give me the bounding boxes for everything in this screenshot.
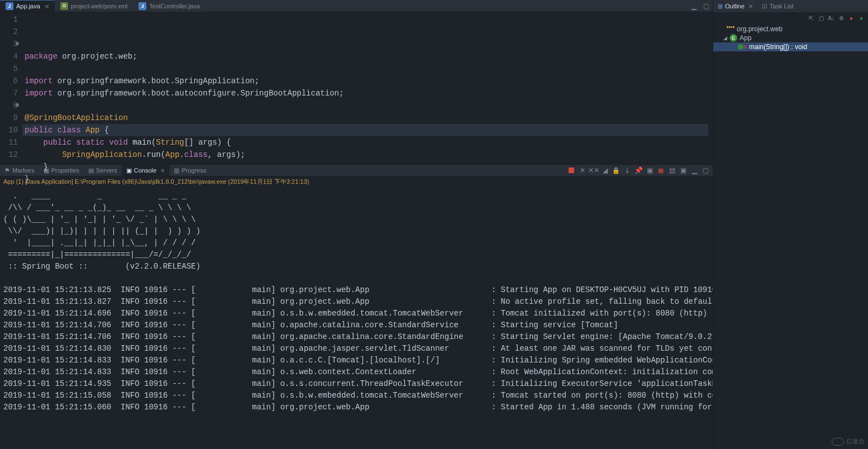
- focus-icon[interactable]: ⇱: [807, 13, 815, 22]
- tab-test-controller[interactable]: J TestController.java: [133, 0, 206, 12]
- close-icon[interactable]: ✕: [45, 3, 49, 9]
- sort-icon[interactable]: A↓: [827, 13, 836, 22]
- outline-tab[interactable]: ⊞ Outline ✕: [713, 0, 757, 12]
- tab-label: project-web/pom.xml: [71, 3, 127, 9]
- code-area[interactable]: package org.project.web; import org.spri…: [22, 12, 713, 164]
- hide-non-public-icon[interactable]: ●: [857, 13, 866, 22]
- tree-row[interactable]: ◢CApp: [713, 34, 868, 42]
- outline-tree[interactable]: org.project.web◢CAppSmain(String[]) : vo…: [713, 23, 868, 449]
- minimize-view-icon[interactable]: ▁: [688, 2, 700, 10]
- class-icon: C: [729, 34, 737, 42]
- outline-panel: ⊞ Outline ✕ ☑ Task List ⇱ ▢ A↓ ⚙ ● ● org…: [713, 0, 868, 449]
- tree-label: org.project.web: [737, 25, 783, 33]
- tree-row[interactable]: org.project.web: [713, 25, 868, 34]
- java-file-icon: J: [139, 2, 146, 10]
- package-icon: [727, 26, 735, 32]
- outline-toolbar: ⇱ ▢ A↓ ⚙ ● ●: [713, 12, 868, 23]
- line-gutter: 123456789101112: [0, 12, 22, 164]
- editor-tabbar: J App.java ✕ ⧉ project-web/pom.xml J Tes…: [0, 0, 713, 12]
- watermark: 亿速云: [832, 437, 865, 446]
- hide-static-icon[interactable]: ●: [847, 13, 856, 22]
- tree-label: App: [740, 34, 751, 42]
- outline-icon: ⊞: [718, 3, 723, 10]
- tab-label: TestController.java: [149, 3, 200, 9]
- close-icon[interactable]: ✕: [748, 3, 753, 9]
- markers-icon: ⚑: [4, 167, 10, 174]
- hide-fields-icon[interactable]: ⚙: [837, 13, 846, 22]
- collapse-icon[interactable]: ▢: [817, 13, 826, 22]
- task-list-icon: ☑: [762, 3, 767, 10]
- code-editor[interactable]: 123456789101112 package org.project.web;…: [0, 12, 713, 164]
- maximize-view-icon[interactable]: ▢: [700, 2, 713, 10]
- tab-pom-xml[interactable]: ⧉ project-web/pom.xml: [55, 0, 133, 12]
- java-file-icon: J: [6, 2, 13, 10]
- task-list-tab[interactable]: ☑ Task List: [757, 0, 798, 12]
- tab-app-java[interactable]: J App.java ✕: [0, 0, 55, 12]
- tab-label: App.java: [16, 3, 40, 9]
- tree-label: main(String[]) : void: [749, 43, 807, 51]
- cloud-icon: [832, 438, 844, 446]
- tree-row[interactable]: Smain(String[]) : void: [713, 42, 868, 51]
- method-icon: [738, 44, 743, 50]
- console-output[interactable]: . ____ _ __ _ _ /\\ / ___'_ __ _ _(_)_ _…: [0, 187, 713, 449]
- xml-file-icon: ⧉: [60, 2, 68, 10]
